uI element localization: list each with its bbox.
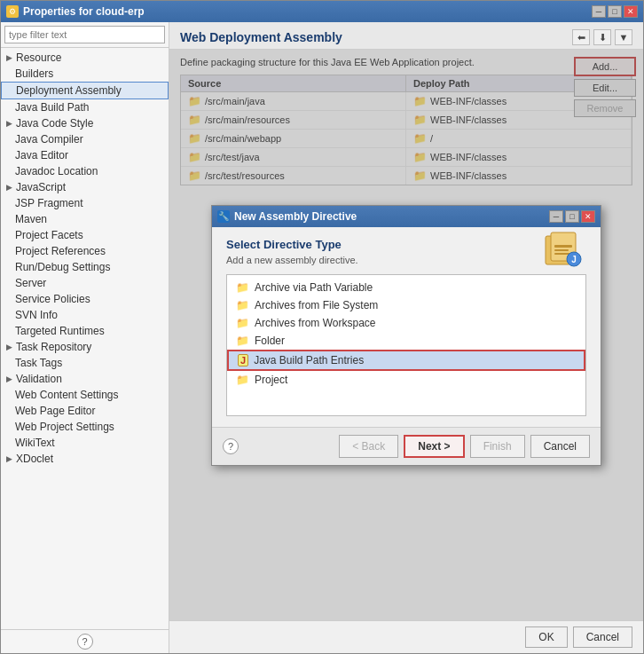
sidebar-item-label: Project Facets: [15, 229, 83, 241]
main-title: Web Deployment Assembly: [180, 30, 342, 44]
sidebar-item-label: JavaScript: [16, 181, 66, 193]
sidebar-item-label: XDoclet: [16, 453, 53, 465]
modal-maximize-btn[interactable]: □: [565, 210, 579, 223]
sidebar-item-label: Project References: [15, 245, 106, 257]
sidebar-item-javadoc-location[interactable]: Javadoc Location: [1, 163, 169, 179]
back-nav-icon[interactable]: ⬅: [572, 29, 590, 45]
minimize-button[interactable]: ─: [592, 5, 606, 18]
sidebar-item-svn-info[interactable]: SVN Info: [1, 307, 169, 323]
sidebar-item-xdoclet[interactable]: ▶XDoclet: [1, 451, 169, 467]
sidebar-item-label: Builders: [15, 67, 53, 80]
close-button[interactable]: ✕: [624, 5, 638, 18]
folder-icon: 📁: [236, 317, 249, 329]
back-button[interactable]: < Back: [339, 435, 398, 458]
sidebar-item-resource[interactable]: ▶Resource: [1, 50, 169, 66]
sidebar-item-project-facets[interactable]: Project Facets: [1, 227, 169, 243]
sidebar-item-label: Web Content Settings: [15, 389, 119, 401]
sidebar-item-javascript[interactable]: ▶JavaScript: [1, 179, 169, 195]
directive-item-archives-from-workspace[interactable]: 📁Archives from Workspace: [227, 314, 585, 332]
sidebar-item-wikitext[interactable]: WikiText: [1, 435, 169, 451]
sidebar-item-label: Javadoc Location: [15, 165, 98, 177]
bottom-bar: OK Cancel: [169, 620, 643, 653]
sidebar-filter-input[interactable]: [4, 26, 165, 43]
sidebar-filter-area: [1, 22, 169, 48]
main-window: ⚙ Properties for cloud-erp ─ □ ✕ ▶Resour…: [0, 0, 644, 654]
svg-text:J: J: [571, 255, 577, 264]
directive-item-project[interactable]: 📁Project: [227, 371, 585, 389]
maximize-button[interactable]: □: [608, 5, 622, 18]
sidebar-item-project-references[interactable]: Project References: [1, 243, 169, 259]
directive-item-archive-via-path-variable[interactable]: 📁Archive via Path Variable: [227, 279, 585, 296]
modal-window-icon: 🔧: [217, 210, 230, 223]
modal-help-button[interactable]: ?: [223, 438, 239, 454]
modal-title-left: 🔧 New Assembly Directive: [217, 210, 357, 223]
directive-label: Project: [255, 374, 287, 386]
folder-icon: 📁: [236, 374, 249, 386]
sidebar-item-task-tags[interactable]: Task Tags: [1, 355, 169, 371]
sidebar-item-label: Maven: [15, 213, 47, 225]
modal-footer: ? < Back Next > Finish Cancel: [212, 427, 601, 465]
sidebar-item-java-compiler[interactable]: Java Compiler: [1, 131, 169, 147]
title-bar-left: ⚙ Properties for cloud-erp: [6, 5, 145, 18]
modal-cancel-button[interactable]: Cancel: [530, 435, 590, 458]
sidebar-item-label: Targeted Runtimes: [15, 325, 105, 337]
modal-overlay: 🔧 New Assembly Directive ─ □ ✕: [169, 50, 643, 620]
sidebar-item-label: Java Compiler: [15, 133, 83, 146]
directive-item-java-build-path-entries[interactable]: JJava Build Path Entries: [227, 350, 585, 371]
window-icon: ⚙: [6, 5, 19, 18]
forward-nav-icon[interactable]: ⬇: [593, 29, 611, 45]
sidebar-item-targeted-runtimes[interactable]: Targeted Runtimes: [1, 323, 169, 339]
sidebar-item-web-page-editor[interactable]: Web Page Editor: [1, 403, 169, 419]
sidebar-item-label: SVN Info: [15, 309, 58, 321]
directive-item-folder[interactable]: 📁Folder: [227, 332, 585, 350]
folder-icon: 📁: [236, 299, 249, 311]
svg-rect-4: [554, 253, 570, 255]
cancel-button[interactable]: Cancel: [573, 626, 632, 648]
ok-button[interactable]: OK: [525, 626, 567, 648]
sidebar-item-label: Java Editor: [15, 149, 68, 162]
menu-nav-icon[interactable]: ▼: [615, 29, 632, 45]
sidebar-item-task-repository[interactable]: ▶Task Repository: [1, 339, 169, 355]
next-button[interactable]: Next >: [404, 435, 464, 458]
sidebar-item-web-content-settings[interactable]: Web Content Settings: [1, 387, 169, 403]
sidebar-item-label: Task Repository: [16, 341, 91, 353]
main-area: Web Deployment Assembly ⬅ ⬇ ▼ Define pac…: [169, 22, 643, 653]
modal-header-text: Select Directive Type Add a new assembly…: [226, 238, 358, 274]
sidebar-item-java-code-style[interactable]: ▶Java Code Style: [1, 115, 169, 131]
sidebar-item-java-editor[interactable]: Java Editor: [1, 147, 169, 163]
sidebar-item-label: Service Policies: [15, 293, 90, 305]
sidebar-item-web-project-settings[interactable]: Web Project Settings: [1, 419, 169, 435]
sidebar-item-server[interactable]: Server: [1, 275, 169, 291]
sidebar-item-label: Java Code Style: [16, 117, 93, 130]
modal-header-section: Select Directive Type Add a new assembly…: [226, 238, 586, 274]
modal-minimize-btn[interactable]: ─: [549, 210, 563, 223]
sidebar-bottom: ?: [1, 629, 169, 653]
modal-close-btn[interactable]: ✕: [581, 210, 595, 223]
directive-item-archives-from-file-system[interactable]: 📁Archives from File System: [227, 296, 585, 314]
help-button[interactable]: ?: [77, 634, 93, 650]
sidebar-item-service-policies[interactable]: Service Policies: [1, 291, 169, 307]
sidebar-item-run/debug-settings[interactable]: Run/Debug Settings: [1, 259, 169, 275]
directive-label: Archives from Workspace: [255, 317, 375, 329]
modal-footer-buttons: < Back Next > Finish Cancel: [339, 435, 590, 458]
sidebar-item-maven[interactable]: Maven: [1, 211, 169, 227]
sidebar-item-jsp-fragment[interactable]: JSP Fragment: [1, 195, 169, 211]
sidebar-item-validation[interactable]: ▶Validation: [1, 371, 169, 387]
sidebar-item-label: Server: [15, 277, 46, 289]
java-icon: J: [238, 354, 248, 366]
sidebar-item-label: Deployment Assembly: [16, 84, 122, 97]
sidebar-item-deployment-assembly[interactable]: Deployment Assembly: [1, 82, 169, 99]
sidebar-item-label: Java Build Path: [15, 101, 89, 114]
modal-body: Select Directive Type Add a new assembly…: [212, 227, 601, 427]
expand-arrow-icon: ▶: [6, 343, 12, 351]
folder-icon: 📁: [236, 281, 249, 294]
expand-arrow-icon: ▶: [6, 374, 12, 383]
sidebar-item-builders[interactable]: Builders: [1, 66, 169, 82]
expand-arrow-icon: ▶: [6, 454, 12, 463]
sidebar-item-label: JSP Fragment: [15, 197, 82, 209]
expand-arrow-icon: ▶: [6, 183, 12, 192]
sidebar-item-java-build-path[interactable]: Java Build Path: [1, 99, 169, 115]
title-bar: ⚙ Properties for cloud-erp ─ □ ✕: [1, 1, 643, 22]
finish-button[interactable]: Finish: [470, 435, 525, 458]
new-assembly-modal: 🔧 New Assembly Directive ─ □ ✕: [211, 205, 601, 466]
